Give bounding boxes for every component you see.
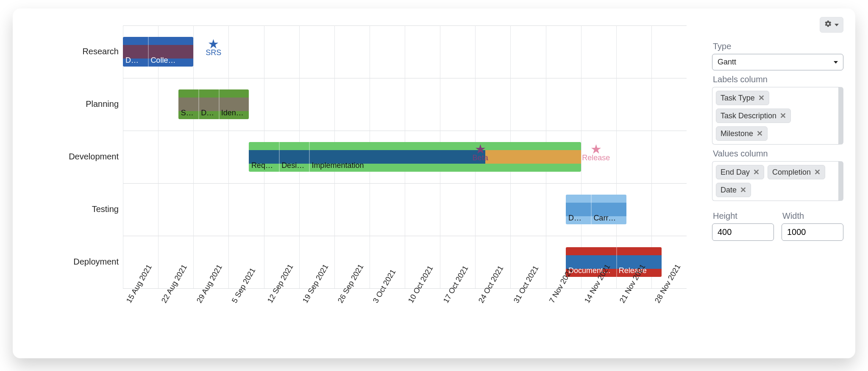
y-tick-label: Development	[13, 152, 119, 162]
width-label: Width	[782, 211, 843, 221]
plot-area: D…Colle…S…D…Iden…Requi…Desig…Implementat…	[123, 25, 687, 288]
y-tick-label: Planning	[13, 99, 119, 109]
settings-button[interactable]	[820, 17, 843, 33]
star-icon: ★	[473, 145, 488, 153]
star-icon: ★	[582, 145, 610, 153]
milestone[interactable]: ★Beta	[473, 145, 488, 162]
task-label: Desig…	[279, 161, 309, 170]
milestone[interactable]: ★Release	[582, 145, 610, 162]
chevron-down-icon	[834, 61, 838, 64]
height-input[interactable]	[712, 223, 774, 241]
values-column-box[interactable]: End Day✕Completion✕Date✕	[712, 161, 843, 201]
task-label: Implementation	[309, 161, 581, 170]
tag-label: Milestone	[721, 129, 753, 138]
task-label: Carr…	[591, 214, 626, 223]
close-icon[interactable]: ✕	[780, 111, 786, 120]
tag-label: Completion	[772, 168, 811, 177]
tag[interactable]: End Day✕	[716, 165, 764, 179]
task-label: S…	[178, 109, 199, 117]
task-label: D…	[123, 56, 148, 65]
chevron-down-icon	[835, 24, 839, 26]
tag-label: Task Type	[721, 94, 755, 103]
y-tick-label: Deployment	[13, 257, 119, 267]
type-label: Type	[713, 42, 843, 51]
tag-label: Task Description	[721, 112, 776, 120]
tag-label: End Day	[721, 168, 750, 177]
milestone-label: SRS	[206, 48, 221, 57]
gantt-bar[interactable]: D…Carr…	[566, 195, 626, 224]
milestone-label: Release	[582, 153, 610, 162]
close-icon[interactable]: ✕	[758, 93, 765, 103]
gantt-bar[interactable]: S…D…Iden…	[178, 89, 249, 119]
gantt-bar[interactable]: D…Colle…	[123, 37, 193, 67]
close-icon[interactable]: ✕	[814, 167, 821, 177]
milestone-label: Beta	[473, 153, 488, 162]
close-icon[interactable]: ✕	[757, 129, 763, 138]
star-icon: ★	[206, 40, 221, 48]
labels-column-box[interactable]: Task Type✕Task Description✕Milestone✕	[712, 87, 843, 145]
height-label: Height	[713, 211, 774, 221]
milestone[interactable]: ★SRS	[206, 40, 221, 57]
gantt-bar[interactable]: Requi…Desig…Implementation	[249, 142, 581, 172]
width-input[interactable]	[782, 223, 843, 241]
tag[interactable]: Task Type✕	[716, 91, 769, 105]
y-tick-label: Research	[13, 47, 119, 56]
task-label: Requi…	[249, 161, 279, 170]
tag[interactable]: Date✕	[716, 183, 751, 197]
y-tick-label: Testing	[13, 204, 119, 214]
chart-card: D…Colle…S…D…Iden…Requi…Desig…Implementat…	[13, 8, 855, 358]
type-value: Gantt	[718, 58, 736, 67]
close-icon[interactable]: ✕	[740, 185, 746, 195]
tag[interactable]: Task Description✕	[716, 109, 791, 123]
labels-column-label: Labels column	[713, 75, 843, 84]
values-column-label: Values column	[713, 149, 843, 159]
tag[interactable]: Completion✕	[768, 165, 825, 179]
task-label: D…	[198, 109, 219, 117]
close-icon[interactable]: ✕	[753, 167, 760, 177]
task-label: D…	[566, 214, 591, 223]
side-panel: Type Gantt Labels column Task Type✕Task …	[708, 8, 855, 358]
gantt-bar[interactable]: Document…Release	[566, 247, 662, 277]
gear-icon	[824, 20, 832, 30]
gantt-chart: D…Colle…S…D…Iden…Requi…Desig…Implementat…	[13, 8, 708, 358]
tag-label: Date	[721, 186, 737, 195]
type-select[interactable]: Gantt	[712, 54, 843, 70]
task-label: Colle…	[148, 56, 193, 65]
task-label: Iden…	[219, 109, 249, 117]
tag[interactable]: Milestone✕	[716, 126, 768, 141]
